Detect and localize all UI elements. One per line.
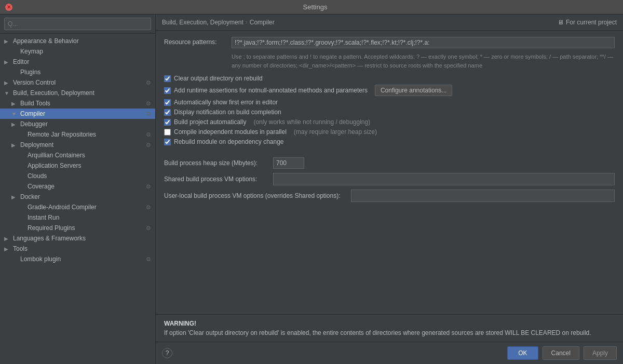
settings-window: ✕ Settings ▶Appearance & BehaviorKeymap▶… [0, 0, 623, 364]
sidebar-item-label: Coverage [28, 183, 55, 190]
sidebar-item-build-tools[interactable]: ▶Build Tools⚙ [0, 98, 155, 109]
sidebar-item-label: Languages & Frameworks [13, 235, 86, 242]
auto-show-error-row: Automatically show first error in editor [164, 99, 615, 106]
user-local-vm-input[interactable] [351, 190, 615, 202]
user-local-vm-label: User-local build process VM options (ove… [164, 192, 341, 199]
sidebar-item-tools[interactable]: ▶Tools [0, 244, 155, 254]
sidebar-item-label: Clouds [28, 172, 47, 180]
sidebar-item-docker[interactable]: ▶Docker [0, 192, 155, 202]
sidebar-item-remote-jar[interactable]: Remote Jar Repositories⚙ [0, 129, 155, 140]
display-notification-checkbox[interactable] [164, 109, 171, 116]
compile-parallel-note: (may require larger heap size) [294, 128, 377, 136]
compile-parallel-checkbox[interactable] [164, 129, 171, 136]
sidebar-item-version-control[interactable]: ▶Version Control⚙ [0, 77, 155, 88]
content-panel: Build, Execution, Deployment › Compiler … [156, 15, 623, 364]
cancel-button[interactable]: Cancel [543, 346, 579, 360]
auto-show-error-checkbox[interactable] [164, 99, 171, 106]
close-button[interactable]: ✕ [5, 4, 12, 11]
sidebar-item-label: Arquillian Containers [28, 152, 85, 159]
shared-vm-input[interactable] [273, 173, 615, 185]
sidebar-item-compiler[interactable]: ▼Compiler⚙ [0, 109, 155, 119]
settings-icon: ⚙ [146, 204, 151, 211]
sidebar-item-appearance[interactable]: ▶Appearance & Behavior [0, 36, 155, 46]
breadcrumb: Build, Execution, Deployment › Compiler … [156, 15, 623, 31]
apply-button[interactable]: Apply [584, 346, 617, 360]
window-title: Settings [12, 3, 618, 11]
add-runtime-checkbox[interactable] [164, 87, 171, 94]
sidebar-item-gradle-android[interactable]: Gradle-Android Compiler⚙ [0, 202, 155, 212]
settings-icon: ⚙ [146, 142, 151, 149]
breadcrumb-part1: Build, Execution, Deployment [162, 19, 243, 26]
settings-icon: ⚙ [146, 131, 151, 138]
sidebar-item-deployment[interactable]: ▶Deployment⚙ [0, 140, 155, 150]
sidebar-item-label: Lombok plugin [20, 255, 61, 263]
auto-show-error-label: Automatically show first error in editor [174, 99, 278, 106]
search-input[interactable] [4, 18, 151, 30]
sidebar-item-label: Remote Jar Repositories [28, 131, 96, 138]
footer: ? OK Cancel Apply [156, 342, 623, 364]
ok-button[interactable]: OK [507, 346, 538, 360]
title-bar: ✕ Settings [0, 0, 623, 15]
settings-icon: ⚙ [146, 111, 151, 117]
sidebar-item-label: Appearance & Behavior [13, 37, 79, 45]
sidebar-item-editor[interactable]: ▶Editor [0, 57, 155, 67]
resource-patterns-row: Resource patterns: [164, 37, 615, 48]
warning-title: WARNING! [164, 320, 615, 327]
tree: ▶Appearance & BehaviorKeymap▶EditorPlugi… [0, 34, 155, 364]
settings-icon: ⚙ [146, 225, 151, 232]
sidebar-item-arquillian[interactable]: Arquillian Containers [0, 150, 155, 160]
rebuild-module-row: Rebuild module on dependency change [164, 138, 615, 145]
sidebar-item-instant-run[interactable]: Instant Run [0, 212, 155, 223]
for-project: 🖥 For current project [558, 19, 617, 26]
breadcrumb-separator: › [246, 19, 248, 26]
clear-output-checkbox[interactable] [164, 75, 171, 82]
arrow-icon: ▶ [11, 194, 19, 200]
clear-output-row: Clear output directory on rebuild [164, 75, 615, 82]
display-notification-label: Display notification on build completion [174, 109, 281, 116]
heap-size-row: Build process heap size (Mbytes): [164, 157, 615, 169]
arrow-icon: ▶ [11, 101, 19, 106]
arrow-icon: ▶ [11, 122, 19, 127]
rebuild-module-checkbox[interactable] [164, 139, 171, 145]
sidebar-item-label: Gradle-Android Compiler [28, 204, 97, 211]
sidebar-item-languages[interactable]: ▶Languages & Frameworks [0, 233, 155, 244]
settings-icon: ⚙ [146, 183, 151, 190]
sidebar-item-label: Application Servers [28, 162, 81, 169]
sidebar-item-label: Debugger [20, 120, 48, 128]
build-auto-checkbox[interactable] [164, 119, 171, 126]
add-runtime-label: Add runtime assertions for notnull-annot… [174, 87, 368, 94]
sidebar-item-clouds[interactable]: Clouds [0, 171, 155, 181]
shared-vm-row: Shared build process VM options: [164, 173, 615, 185]
sidebar-item-label: Build Tools [20, 100, 50, 107]
build-auto-row: Build project automatically (only works … [164, 118, 615, 126]
shared-vm-label: Shared build process VM options: [164, 176, 268, 183]
sidebar-item-label: Keymap [20, 48, 43, 55]
main-layout: ▶Appearance & BehaviorKeymap▶EditorPlugi… [0, 15, 623, 364]
compile-parallel-label: Compile independent modules in parallel [174, 128, 287, 136]
breadcrumb-part2: Compiler [250, 19, 275, 26]
display-notification-row: Display notification on build completion [164, 109, 615, 116]
sidebar-item-debugger[interactable]: ▶Debugger [0, 119, 155, 129]
heap-size-label: Build process heap size (Mbytes): [164, 159, 268, 167]
sidebar-item-label: Compiler [20, 110, 45, 117]
settings-icon: ⚙ [146, 79, 151, 86]
heap-size-input[interactable] [273, 157, 304, 169]
sidebar-item-build-execution[interactable]: ▼Build, Execution, Deployment [0, 88, 155, 98]
arrow-icon: ▶ [4, 59, 11, 65]
sidebar-item-keymap[interactable]: Keymap [0, 46, 155, 57]
sidebar-item-label: Plugins [20, 69, 40, 76]
help-button[interactable]: ? [162, 348, 172, 358]
project-icon: 🖥 [558, 19, 564, 26]
sidebar-item-label: Build, Execution, Deployment [13, 89, 94, 97]
configure-annotations-button[interactable]: Configure annotations... [375, 85, 452, 96]
warning-box: WARNING! If option 'Clear output directo… [156, 314, 623, 342]
sidebar-item-plugins[interactable]: Plugins [0, 67, 155, 77]
sidebar-item-label: Docker [20, 193, 40, 200]
sidebar-item-lombok[interactable]: Lombok plugin⚙ [0, 254, 155, 264]
add-runtime-row: Add runtime assertions for notnull-annot… [164, 85, 615, 96]
sidebar-item-required-plugins[interactable]: Required Plugins⚙ [0, 223, 155, 233]
sidebar-item-coverage[interactable]: Coverage⚙ [0, 181, 155, 192]
sidebar-item-app-servers[interactable]: Application Servers [0, 160, 155, 171]
resource-patterns-input[interactable] [232, 37, 615, 48]
sidebar-item-label: Required Plugins [28, 224, 75, 232]
